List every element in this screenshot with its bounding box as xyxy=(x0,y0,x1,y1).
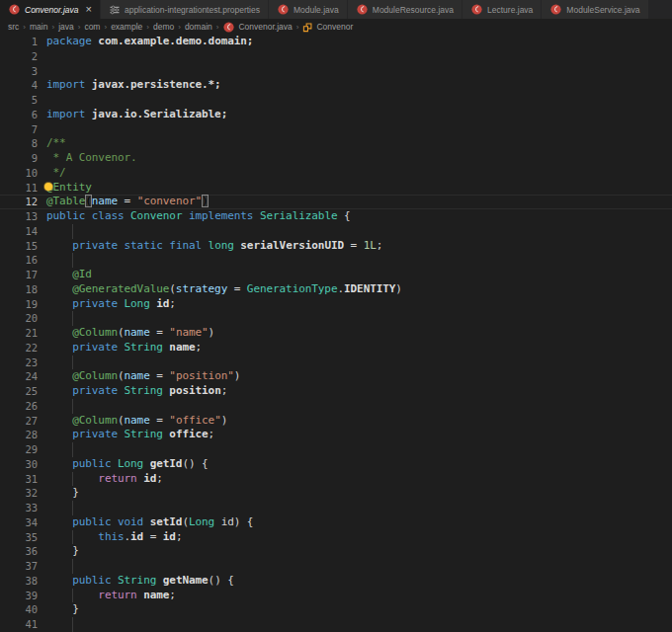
code-line[interactable]: 27 @Column(name = "office") xyxy=(0,414,672,429)
code-line[interactable]: 25 private String position; xyxy=(0,384,672,399)
code-line[interactable]: 4import javax.persistence.*; xyxy=(0,78,672,93)
line-number: 37 xyxy=(0,559,38,574)
code-line[interactable]: 10 */ xyxy=(0,166,672,181)
code-line[interactable]: 1package com.example.demo.domain; xyxy=(0,35,672,49)
code-text: private String name; xyxy=(38,341,202,356)
code-line[interactable]: 33 xyxy=(0,501,672,515)
line-number: 20 xyxy=(0,311,38,326)
tab-convenor-java[interactable]: Convenor.java× xyxy=(0,0,101,19)
line-number: 8 xyxy=(0,136,38,151)
code-line[interactable]: 18 @GeneratedValue(strategy = Generation… xyxy=(0,282,672,297)
code-line[interactable]: 24 @Column(name = "position") xyxy=(0,369,672,384)
code-line[interactable]: 34 public void setId(Long id) { xyxy=(0,515,672,530)
code-line[interactable]: 15 private static final long serialVersi… xyxy=(0,239,672,254)
tab-label: Module.java xyxy=(294,5,339,15)
code-line[interactable]: 28 private String office; xyxy=(0,428,672,442)
line-number: 25 xyxy=(0,384,38,399)
code-text: @Column(name = "office") xyxy=(38,414,227,429)
tab-bar: Convenor.java×application-integrationtes… xyxy=(0,0,672,19)
line-number: 18 xyxy=(0,282,38,297)
code-line[interactable]: 19 private Long id; xyxy=(0,297,672,312)
code-text: public String getName() { xyxy=(38,574,234,589)
code-line[interactable]: 29 xyxy=(0,442,672,457)
code-line[interactable]: 9 * A Convenor. xyxy=(0,151,672,166)
code-line[interactable]: 14 xyxy=(0,224,672,239)
code-text: private static final long serialVersionU… xyxy=(38,239,382,254)
tab-label: ModuleService.java xyxy=(566,5,639,15)
breadcrumb-separator-icon: › xyxy=(104,23,107,32)
code-line[interactable]: 21 @Column(name = "name") xyxy=(0,326,672,341)
tab-moduleresource-java[interactable]: ModuleResource.java xyxy=(348,0,462,19)
code-line[interactable]: 7 xyxy=(0,122,672,137)
code-line[interactable]: 39 return name; xyxy=(0,589,672,603)
code-line[interactable]: 6import java.io.Serializable; xyxy=(0,108,672,122)
code-text: */ xyxy=(38,166,66,181)
tab-moduleservice-java[interactable]: ModuleService.java xyxy=(542,0,648,19)
code-text: private Long id; xyxy=(38,297,176,312)
breadcrumb-item-java[interactable]: java xyxy=(58,22,74,32)
breadcrumb-item-domain[interactable]: domain xyxy=(185,22,212,32)
indent-guide xyxy=(72,617,73,632)
tab-lecture-java[interactable]: Lecture.java xyxy=(462,0,542,19)
code-line[interactable]: 16 xyxy=(0,253,672,268)
breadcrumb-separator-icon: › xyxy=(216,23,219,32)
tab-application-integrationtest-properties[interactable]: application-integrationtest.properties xyxy=(101,0,269,19)
code-line[interactable]: 41 xyxy=(0,617,672,632)
breadcrumb-label: Convenor.java xyxy=(238,22,292,32)
code-text xyxy=(38,64,46,79)
breadcrumb-label: java xyxy=(58,22,74,32)
java-file-icon xyxy=(8,3,21,16)
code-line[interactable]: 17 @Id xyxy=(0,268,672,282)
code-line[interactable]: 36 } xyxy=(0,544,672,559)
code-editor[interactable]: 1package com.example.demo.domain;234impo… xyxy=(0,35,672,632)
indent-guide xyxy=(72,501,73,515)
code-line[interactable]: 35 this.id = id; xyxy=(0,530,672,545)
breadcrumb-item-example[interactable]: example xyxy=(111,22,142,32)
breadcrumb-separator-icon: › xyxy=(78,23,81,32)
line-number: 7 xyxy=(0,122,38,137)
lightbulb-icon[interactable] xyxy=(44,183,52,191)
code-line[interactable]: 12@Table(name = "convenor") xyxy=(0,195,672,209)
code-line[interactable]: 20 xyxy=(0,311,672,326)
code-line[interactable]: 30 public Long getId() { xyxy=(0,457,672,472)
indent-guide xyxy=(72,356,73,370)
line-number: 22 xyxy=(0,341,38,356)
line-number: 5 xyxy=(0,93,38,108)
line-number: 17 xyxy=(0,268,38,282)
line-number: 30 xyxy=(0,457,38,472)
code-line[interactable]: 40 } xyxy=(0,602,672,617)
code-text: public class Convenor implements Seriali… xyxy=(38,209,351,224)
tab-label: application-integrationtest.properties xyxy=(125,5,260,15)
code-line[interactable]: 31 return id; xyxy=(0,472,672,487)
code-line[interactable]: 38 public String getName() { xyxy=(0,574,672,589)
breadcrumb-item-convenor-java[interactable]: Convenor.java xyxy=(222,21,292,34)
tab-module-java[interactable]: Module.java xyxy=(269,0,348,19)
code-line[interactable]: 13public class Convenor implements Seria… xyxy=(0,209,672,224)
line-number: 40 xyxy=(0,602,38,617)
code-text xyxy=(38,442,46,457)
breadcrumb-item-convenor[interactable]: Convenor xyxy=(302,22,353,33)
code-line[interactable]: 2 xyxy=(0,49,672,64)
line-number: 33 xyxy=(0,501,38,515)
breadcrumb-label: src xyxy=(8,22,19,32)
code-line[interactable]: 22 private String name; xyxy=(0,341,672,356)
java-file-icon xyxy=(356,3,369,16)
code-line[interactable]: 26 xyxy=(0,399,672,414)
indent-guide xyxy=(72,224,73,239)
line-number: 6 xyxy=(0,108,38,122)
close-icon[interactable]: × xyxy=(86,4,92,15)
line-number: 1 xyxy=(0,35,38,49)
code-text: private String position; xyxy=(38,384,227,399)
breadcrumb-item-com[interactable]: com xyxy=(84,22,100,32)
code-line[interactable]: 5 xyxy=(0,93,672,108)
code-line[interactable]: 11@Entity xyxy=(0,181,672,196)
breadcrumb-item-demo[interactable]: demo xyxy=(153,22,174,32)
breadcrumb-item-main[interactable]: main xyxy=(30,22,47,32)
code-line[interactable]: 37 xyxy=(0,559,672,574)
breadcrumb-item-src[interactable]: src xyxy=(8,22,19,32)
code-line[interactable]: 3 xyxy=(0,64,672,79)
code-line[interactable]: 8/** xyxy=(0,136,672,151)
code-line[interactable]: 23 xyxy=(0,356,672,370)
indent-guide xyxy=(72,399,73,414)
code-line[interactable]: 32 } xyxy=(0,486,672,501)
